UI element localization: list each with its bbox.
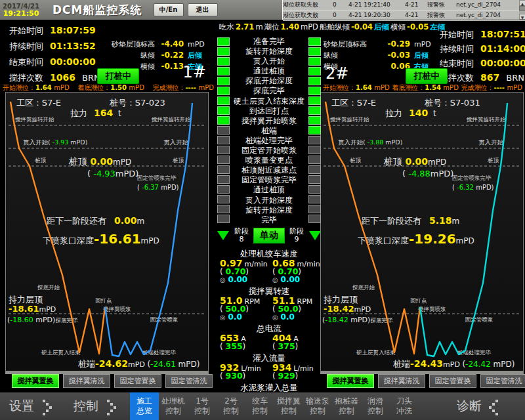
measurement-values: 51.0RPM( 50.0)◎ 0.051.1RPM( 50.0)◎ 0.0 [217,296,322,321]
pile-end-readout: 桩端-24.43mPD (-24.42 mPD) [392,358,514,369]
pile-end-readout: 桩端-24.62mPD (-24.61 mPD) [77,358,200,369]
sand-top-label: 砂垫层顶标高 [97,39,155,49]
nav-tab-line2: 控制 [159,406,188,416]
machine-function-button[interactable]: 搅拌翼清洗 [378,374,425,388]
back-point-label: 回打点 [95,297,112,304]
nav-tab[interactable]: 输送泵控制 [303,392,332,420]
nav-tab[interactable]: 抱桩器控制 [332,392,361,420]
machine-1-step-indicators [217,37,230,224]
chart-pile-label: 桩号 : S7-031 [424,98,480,108]
scroll-up-icon[interactable]: ▲ [519,0,525,6]
measurement-title: 水泥浆灌入总量 [217,383,322,392]
next-stage-readout: 距下一阶段还有0.00m [47,215,144,226]
scroll-down-icon[interactable]: ▼ [519,14,525,20]
end-time-row: 结束时间00:00:00 [9,56,100,72]
draft-readout: 吃水2.71m [219,22,264,32]
chart-force: 拉力140 t [385,108,436,118]
process-step-label: 到达回打点 [231,106,307,116]
nav-tab[interactable]: 处理机控制 [159,392,188,420]
scrollbar-thumb[interactable] [519,6,525,11]
machine-function-button[interactable]: 搅拌翼置换 [12,374,59,388]
machine-function-button[interactable]: 搅拌翼置换 [327,374,374,388]
fixed-pipe-done-label: 固定管喷浆完毕 [137,175,177,181]
process-step-label: 桩顶附近减速点 [231,165,307,175]
nav-tab[interactable]: 1号控制 [188,392,217,420]
target-icon: ◎ [272,314,278,321]
wing-spray-label: 搅拌翼喷浆 [418,306,446,312]
measurement-cell: 0.68m/min( 0.70)◎ 0.00 [269,259,322,284]
nozzle-depth-readout: 下喷浆口深度-16.61mPD [43,231,159,247]
nav-tab-line1: 输送泵 [303,396,332,406]
pile-top-label: 桩顶 [34,157,47,163]
manual-mode-button[interactable]: 单动 [253,228,285,243]
step-indicator [217,47,230,56]
machine-1-panel: 开始时间18:07:59持续时间01:13:52结束时间00:00:00搅拌次数… [0,20,217,392]
exit-button[interactable]: 退出 [188,3,218,16]
nav-tab[interactable]: 润滑控制 [361,392,390,420]
machine-function-button[interactable]: 固定管置换 [429,374,476,388]
step-indicator [308,77,321,85]
tide-readout: 潮位1.40mPD [264,22,320,32]
aux-value: ◎ 0.0 [220,313,269,321]
pile-top-actual: ( -4.93mPD) [87,169,138,178]
step-indicator [308,156,321,164]
nav-tab-line2: 控制 [361,406,390,416]
mix-count-label: 搅拌次数 [9,72,43,84]
nav-tab-line2: 控制 [303,406,332,416]
machine-function-button[interactable]: 固定管清洗 [480,374,525,388]
sand-top-unit: mPD [413,40,439,49]
nav-tab[interactable]: 刀头冲洗 [390,392,419,420]
bottom-tide-unit: mPD [129,84,144,91]
pile-top-readout: 桩顶 0.00mPD [383,156,446,167]
process-step-label: 通过桩顶 [231,185,307,195]
probe-start-label: 探底开始 [37,284,60,291]
nav-diagnosis[interactable]: 诊断 [457,398,482,415]
alarm-row[interactable]: 潮位获取失败04-21 19:21:404-21报警恢net.yc_di_270… [283,0,525,10]
nav-tab[interactable]: 施工总览 [130,392,159,420]
mix-count-unit: BRN [506,73,524,83]
bottom-tide-unit: mPD [443,84,458,91]
duration-time-label: 持续时间 [440,43,474,55]
step-indicator [308,116,321,125]
nav-tab-line2: 控制 [274,406,303,416]
language-toggle-button[interactable]: 中/En [154,3,184,16]
machine-function-button[interactable]: 固定管置换 [114,374,161,388]
chart-pile-label: 桩号 : S7-023 [109,98,165,108]
nav-tab[interactable]: 绞车控制 [245,392,274,420]
nav-settings[interactable]: 设置 [9,398,34,415]
depth-profile-chart: 工区 : S7-E 桩号 : S7-031 拉力140 t 搅拌翼旋转开始 搅拌… [320,92,524,374]
machine-1-stage: 阶段8 [232,228,251,243]
fixed-pipe-done-value: ( -6.32 mPD) [452,184,494,191]
alarm-time: 4-21 19:21:40 [348,0,405,10]
machine-id: 2# [326,64,348,83]
step-indicator [308,37,321,46]
process-step-label: 探底完毕 [231,86,307,96]
pitch-label: 纵倾 [324,51,381,60]
step-indicator [217,87,230,95]
duration-time-label: 持续时间 [9,41,43,52]
nav-control[interactable]: 控制 [74,398,98,415]
step-indicator [217,126,230,135]
nav-tab[interactable]: 搅拌翼控制 [274,392,303,420]
measurement-group: 搅拌翼转速51.0RPM( 50.0)◎ 0.051.1RPM( 50.0)◎ … [217,286,322,321]
bottom-tide-label: 着底潮位： [392,84,425,91]
pile-top-label: 桩顶 [172,157,184,163]
start-tide-unit: mPD [54,84,69,91]
sand-top-row: 砂垫层顶标高-0.29mPD [324,39,439,51]
start-time-value: 18:07:59 [50,25,96,35]
nav-tab[interactable]: 2号控制 [217,392,245,420]
measurement-group: 处理机绞车速度0.97m/min( 0.70)◎ 0.000.68m/min( … [217,249,322,284]
pile-top-actual: ( -4.88mPD) [402,169,453,178]
process-center-column: 准备完毕旋转开始深度贯入开始通过桩顶探底开始深度探底完毕硬土层贯入结束深度到达回… [217,37,322,402]
step-indicator [308,106,321,115]
machine-function-button[interactable]: 搅拌翼清洗 [63,374,110,388]
step-indicator [217,146,230,154]
process-step-label: 旋转开始深度 [231,205,307,215]
duration-time-row: 持续时间01:13:52 [9,41,100,56]
wing-spray-label: 搅拌翼喷浆 [103,306,131,312]
nav-tab-line2: 控制 [217,406,245,416]
alarm-scrollbar[interactable]: ▲ ▼ [519,0,525,20]
machine-function-button[interactable]: 固定管清洗 [165,374,213,388]
start-time-value: 18:07:51 [480,29,525,39]
step-indicator [308,57,321,66]
